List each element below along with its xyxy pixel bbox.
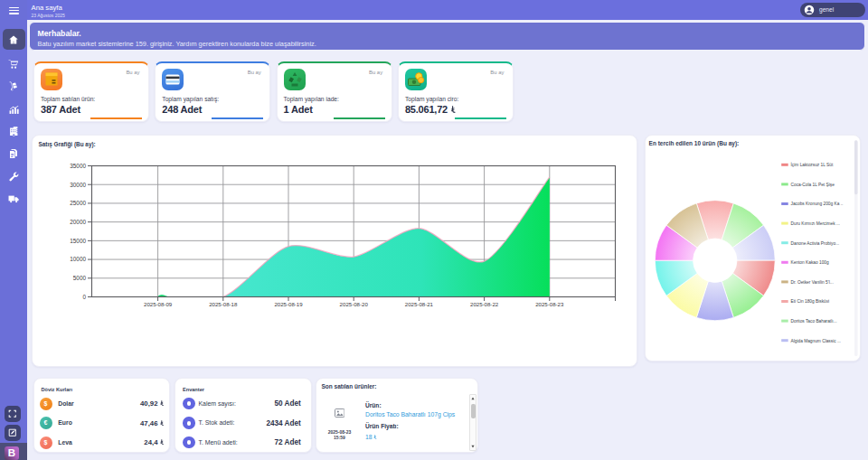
svg-text:Algida Magnum Classic ...: Algida Magnum Classic ... xyxy=(791,338,841,343)
svg-text:2025-08-23: 2025-08-23 xyxy=(535,301,564,307)
svg-text:35000: 35000 xyxy=(70,163,86,169)
svg-text:Dr. Oetker Vanilin 5'l...: Dr. Oetker Vanilin 5'l... xyxy=(791,280,834,285)
svg-text:10000: 10000 xyxy=(70,256,86,262)
svg-text:25000: 25000 xyxy=(70,200,86,206)
svg-text:0: 0 xyxy=(82,294,86,300)
svg-text:2025-08-09: 2025-08-09 xyxy=(144,301,173,307)
svg-text:Kenton Kakao 100g: Kenton Kakao 100g xyxy=(791,260,829,265)
svg-text:2025-08-20: 2025-08-20 xyxy=(340,301,369,307)
svg-text:2025-08-18: 2025-08-18 xyxy=(209,301,238,307)
svg-text:İçim Laktozsuz 1L Süt: İçim Laktozsuz 1L Süt xyxy=(791,162,834,167)
svg-text:20000: 20000 xyxy=(70,219,86,225)
svg-text:Doritos Taco Baharatlı...: Doritos Taco Baharatlı... xyxy=(791,319,837,324)
svg-text:Coca-Cola 1L Pet Şişe: Coca-Cola 1L Pet Şişe xyxy=(791,183,835,187)
svg-text:2025-08-19: 2025-08-19 xyxy=(274,301,303,307)
svg-text:2025-08-22: 2025-08-22 xyxy=(470,301,499,307)
svg-text:Jacobs Kronung 200g Ka ..: Jacobs Kronung 200g Ka .. xyxy=(791,202,844,206)
svg-text:Duru Kırmızı Mercimek ...: Duru Kırmızı Mercimek ... xyxy=(791,221,840,226)
svg-text:30000: 30000 xyxy=(70,182,86,188)
svg-text:15000: 15000 xyxy=(70,238,86,244)
svg-text:Eti Cin 180g Bisküvi: Eti Cin 180g Bisküvi xyxy=(791,299,830,304)
svg-text:5000: 5000 xyxy=(73,275,87,281)
svg-text:2025-08-21: 2025-08-21 xyxy=(405,301,434,307)
svg-text:Danone Activia Probiyo...: Danone Activia Probiyo... xyxy=(791,240,840,245)
